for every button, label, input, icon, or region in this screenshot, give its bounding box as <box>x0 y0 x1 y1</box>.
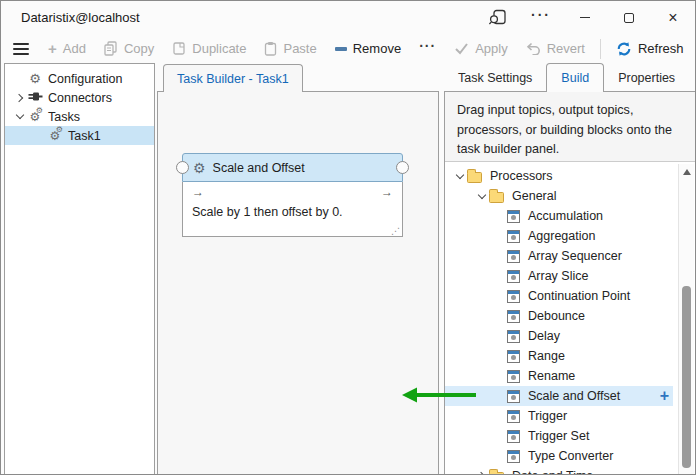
copy-icon <box>104 41 118 56</box>
toolbar: + Add Copy Duplicate Paste <box>1 34 695 63</box>
processor-tree: Processors General Accumulation Aggregat… <box>445 162 695 475</box>
node-title: Scale and Offset <box>213 161 305 175</box>
processor-icon <box>507 410 520 423</box>
sidebar-item-task1[interactable]: ⚙⚙ Task1 <box>5 126 154 145</box>
undo-icon <box>526 42 541 55</box>
add-to-canvas-icon[interactable]: + <box>660 388 673 404</box>
maximize-icon <box>624 13 634 23</box>
find-in-page-icon <box>488 9 507 26</box>
titlebar: Dataristix@localhost ··· × <box>1 1 695 34</box>
processor-icon <box>507 370 520 383</box>
tree-folder-date-and-time[interactable]: Date and Time <box>445 466 673 475</box>
scroll-up-icon[interactable] <box>683 169 691 175</box>
minimize-button[interactable] <box>563 1 607 34</box>
tree-folder-processors[interactable]: Processors <box>445 166 673 186</box>
tree-item-debounce[interactable]: Debounce <box>445 306 673 326</box>
window-more-button[interactable]: ··· <box>519 1 563 34</box>
add-button[interactable]: + Add <box>39 37 95 61</box>
output-arrow-icon: → <box>381 185 393 199</box>
processor-icon <box>507 270 520 283</box>
minimize-icon <box>580 17 590 19</box>
paste-icon <box>264 41 277 56</box>
tree-item-trigger[interactable]: Trigger <box>445 406 673 426</box>
node-scale-and-offset[interactable]: ⚙ Scale and Offset → → Scale by 1 then o… <box>182 153 403 237</box>
sidebar-item-configuration[interactable]: ⚙ Configuration <box>5 69 154 88</box>
resize-grip[interactable]: ⋰ <box>391 226 400 236</box>
tree-item-range[interactable]: Range <box>445 346 673 366</box>
revert-button[interactable]: Revert <box>517 37 594 61</box>
copy-button[interactable]: Copy <box>95 37 163 61</box>
tab-task-settings[interactable]: Task Settings <box>444 63 546 92</box>
build-panel: Drag input topics, output topics, proces… <box>444 91 696 475</box>
processor-icon <box>507 250 520 263</box>
chevron-down-icon[interactable] <box>478 190 486 198</box>
task-builder-canvas[interactable] <box>157 91 439 475</box>
drag-direction-arrow <box>399 386 479 404</box>
app-window: Dataristix@localhost ··· × <box>0 0 696 475</box>
duplicate-button[interactable]: Duplicate <box>163 37 255 61</box>
tree-item-array-sequencer[interactable]: Array Sequencer <box>445 246 673 266</box>
tree-item-trigger-set[interactable]: Trigger Set <box>445 426 673 446</box>
plus-icon: + <box>48 41 57 56</box>
close-icon: × <box>668 9 677 27</box>
processor-icon <box>507 390 520 403</box>
menu-button[interactable] <box>7 43 39 55</box>
refresh-icon <box>616 41 632 57</box>
processor-icon <box>507 230 520 243</box>
navigation-panel: ⚙ Configuration Connectors <box>4 63 155 475</box>
tree-item-scale-and-offset[interactable]: Scale and Offset + <box>445 386 673 406</box>
node-description: Scale by 1 then offset by 0. <box>192 205 343 219</box>
gear-icon: ⚙ <box>193 161 206 175</box>
gears-icon: ⚙⚙ <box>47 129 63 143</box>
folder-icon <box>489 472 504 475</box>
scrollbar[interactable] <box>678 164 694 474</box>
chevron-right-icon[interactable] <box>14 93 22 101</box>
hamburger-icon <box>13 43 29 45</box>
processor-icon <box>507 330 520 343</box>
minus-icon <box>335 47 347 51</box>
duplicate-icon <box>172 41 186 56</box>
hint-box: Drag input topics, output topics, proces… <box>445 92 695 162</box>
toolbar-separator <box>600 39 601 59</box>
maximize-button[interactable] <box>607 1 651 34</box>
sidebar-item-tasks[interactable]: ⚙⚙ Tasks <box>5 107 154 126</box>
sidebar-item-connectors[interactable]: Connectors <box>5 88 154 107</box>
input-arrow-icon: → <box>192 185 204 199</box>
tab-build[interactable]: Build <box>546 63 604 92</box>
toolbar-more-button[interactable]: ··· <box>410 37 445 61</box>
scrollbar-thumb[interactable] <box>682 286 691 468</box>
window-title: Dataristix@localhost <box>21 10 140 25</box>
tree-item-type-converter[interactable]: Type Converter <box>445 446 673 466</box>
refresh-button[interactable]: Refresh <box>607 37 693 61</box>
tab-task-builder[interactable]: Task Builder - Task1 <box>163 64 303 92</box>
chevron-down-icon[interactable] <box>456 170 464 178</box>
processor-icon <box>507 290 520 303</box>
right-tab-strip: Task Settings Build Properties <box>444 63 689 92</box>
find-button[interactable] <box>475 1 519 34</box>
remove-button[interactable]: Remove <box>326 37 410 61</box>
input-port[interactable] <box>176 161 189 174</box>
tree-item-array-slice[interactable]: Array Slice <box>445 266 673 286</box>
tree-folder-general[interactable]: General <box>445 186 673 206</box>
chevron-down-icon[interactable] <box>15 111 23 119</box>
folder-icon <box>489 192 504 203</box>
processor-icon <box>507 210 520 223</box>
processor-icon <box>507 350 520 363</box>
tree-item-accumulation[interactable]: Accumulation <box>445 206 673 226</box>
hint-text: Drag input topics, output topics, proces… <box>457 101 682 160</box>
gear-icon: ⚙ <box>27 72 43 85</box>
tree-item-delay[interactable]: Delay <box>445 326 673 346</box>
tab-label: Task Builder - Task1 <box>177 72 289 86</box>
tab-properties[interactable]: Properties <box>604 63 689 92</box>
node-header[interactable]: ⚙ Scale and Offset <box>182 153 403 182</box>
close-button[interactable]: × <box>651 1 695 34</box>
check-icon <box>454 42 469 55</box>
tree-item-rename[interactable]: Rename <box>445 366 673 386</box>
apply-button[interactable]: Apply <box>445 37 517 61</box>
processor-icon <box>507 450 520 463</box>
tree-item-aggregation[interactable]: Aggregation <box>445 226 673 246</box>
paste-button[interactable]: Paste <box>255 37 325 61</box>
navigation-tree: ⚙ Configuration Connectors <box>5 64 154 145</box>
output-port[interactable] <box>396 161 409 174</box>
tree-item-continuation-point[interactable]: Continuation Point <box>445 286 673 306</box>
